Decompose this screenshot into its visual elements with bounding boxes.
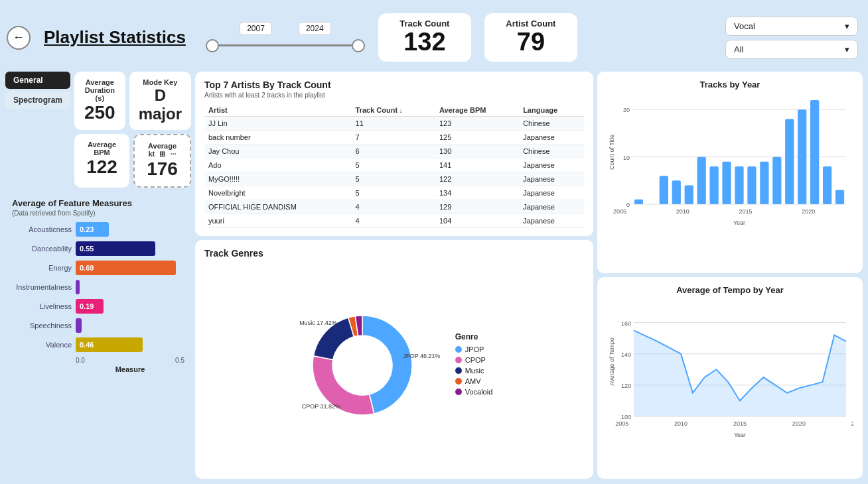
- all-dropdown[interactable]: All ▾: [725, 40, 858, 59]
- table-row: back number7125Japanese: [204, 131, 584, 145]
- feature-measures-chart: Average of Feature Measures (Data retrie…: [5, 192, 191, 479]
- svg-text:2025: 2025: [851, 420, 853, 427]
- tracks-by-year-chart: 0102020052010201520202025Count of TitleY…: [607, 95, 853, 227]
- svg-text:10: 10: [623, 154, 630, 161]
- year-range-section: 2007 2024: [206, 22, 365, 54]
- bar-rect: [735, 166, 743, 204]
- range-slider[interactable]: [206, 38, 365, 54]
- filter-dropdowns: Vocal ▾ All ▾: [725, 17, 858, 59]
- tab-general[interactable]: General: [5, 72, 70, 89]
- feature-bar-row: Valence 0.46: [12, 337, 184, 352]
- mode-key-box: Mode Key D major: [129, 72, 191, 130]
- header: ← Playlist Statistics 2007 2024 Track Co…: [0, 0, 868, 72]
- svg-text:2015: 2015: [733, 420, 747, 427]
- tempo-by-year-title: Average of Tempo by Year: [607, 285, 853, 295]
- range-thumb-left[interactable]: [206, 39, 219, 52]
- bar-rect: [722, 162, 731, 204]
- bar-rect: [823, 166, 832, 204]
- donut-label: Music 17.42%: [299, 320, 337, 326]
- chevron-down-icon-2: ▾: [845, 44, 849, 54]
- avg-duration-label: Average Duration (s): [84, 78, 116, 102]
- bar-rect: [660, 176, 668, 204]
- tracks-by-year-title: Tracks by Year: [607, 80, 853, 90]
- svg-text:0: 0: [626, 202, 630, 208]
- svg-text:2020: 2020: [802, 208, 815, 215]
- svg-text:100: 100: [621, 414, 631, 420]
- feature-name: Danceability: [12, 245, 72, 253]
- col-avg-bpm: Average BPM: [435, 104, 519, 117]
- table-row: Jay Chou6130Chinese: [204, 145, 584, 158]
- range-end-label: 2024: [299, 22, 331, 35]
- vocal-dropdown[interactable]: Vocal ▾: [725, 17, 858, 36]
- feature-bar-bg: 0.19: [76, 299, 184, 314]
- svg-text:2005: 2005: [615, 420, 628, 427]
- feature-bar-bg: 0.23: [76, 222, 184, 237]
- svg-text:2010: 2010: [674, 420, 687, 427]
- bar-rect: [772, 157, 781, 204]
- genre-legend: GenreJPOPCPOPMusicAMVVocaloid: [455, 332, 493, 398]
- chevron-down-icon: ▾: [845, 21, 849, 31]
- range-labels: 2007 2024: [240, 22, 330, 35]
- range-start-label: 2007: [240, 22, 272, 35]
- svg-text:2020: 2020: [792, 420, 806, 427]
- bar-rect: [697, 157, 706, 204]
- feature-chart-subtitle: (Data retrieved from Spotify): [12, 210, 184, 217]
- legend-dot: [455, 346, 462, 353]
- bar-rect: [709, 166, 718, 204]
- track-count-value: 132: [392, 29, 458, 56]
- left-panel: General Spectrogram Average Duration (s)…: [5, 72, 191, 479]
- legend-item: JPOP: [455, 345, 493, 353]
- avg-kt-label: Average kt ⊞ ···: [144, 142, 181, 158]
- col-track-count[interactable]: Track Count: [352, 104, 435, 117]
- legend-dot: [455, 357, 462, 363]
- legend-dot: [455, 389, 462, 395]
- avg-kt-value: 176: [144, 158, 181, 180]
- feature-bar-row: Danceability 0.55: [12, 241, 184, 256]
- main-content: General Spectrogram Average Duration (s)…: [0, 72, 868, 484]
- bottom-metrics-row: Average BPM 122 Average kt ⊞ ··· 176: [74, 134, 191, 188]
- top-artists-box: Top 7 Artists By Track Count Artists wit…: [195, 72, 593, 236]
- avg-duration-value: 250: [84, 102, 116, 123]
- back-button[interactable]: ←: [7, 26, 31, 50]
- top-metrics-row: Average Duration (s) 250 Mode Key D majo…: [74, 72, 191, 130]
- svg-text:20: 20: [623, 107, 630, 113]
- genre-legend-title: Genre: [455, 332, 493, 341]
- top-artists-title: Top 7 Artists By Track Count: [204, 80, 584, 90]
- bar-rect: [810, 100, 819, 204]
- feature-name: Instrumentalness: [12, 283, 72, 291]
- tempo-by-year-chart: 10012014016020052010201520202025Average …: [607, 300, 853, 440]
- feature-name: Liveliness: [12, 302, 72, 310]
- feature-bar-fill: 0.19: [76, 299, 104, 314]
- legend-item: AMV: [455, 377, 493, 385]
- bar-rect: [672, 180, 681, 204]
- col-language: Language: [519, 104, 584, 117]
- svg-text:140: 140: [621, 351, 631, 358]
- legend-dot: [455, 367, 462, 374]
- svg-text:Year: Year: [734, 432, 746, 438]
- range-track: [206, 44, 365, 46]
- track-count-box: Track Count 132: [378, 13, 471, 62]
- feature-bar-bg: [76, 280, 184, 294]
- more-icon[interactable]: ···: [170, 150, 176, 158]
- title-section: Playlist Statistics: [44, 27, 186, 48]
- tab-spectrogram[interactable]: Spectrogram: [5, 91, 70, 109]
- range-thumb-right[interactable]: [352, 39, 365, 52]
- feature-bar-fill: 0.46: [76, 337, 143, 352]
- feature-bar-bg: 0.46: [76, 337, 184, 352]
- vocal-dropdown-label: Vocal: [734, 21, 755, 31]
- table-row: yuuri4104Japanese: [204, 214, 584, 228]
- tempo-by-year-box: Average of Tempo by Year 100120140160200…: [597, 277, 863, 479]
- mode-key-value: D major: [139, 86, 182, 123]
- svg-text:2015: 2015: [739, 208, 752, 215]
- feature-name: Acousticness: [12, 225, 72, 233]
- bar-rect: [634, 200, 643, 204]
- feature-bars-container: Acousticness 0.23 Danceability 0.55 Ener…: [12, 222, 184, 352]
- legend-item: CPOP: [455, 356, 493, 364]
- page-title: Playlist Statistics: [44, 27, 186, 48]
- svg-text:2010: 2010: [676, 208, 689, 215]
- artist-count-label: Artist Count: [498, 19, 564, 29]
- donut-chart-svg: JPOP 46.21%CPOP 31.82%Music 17.42%: [296, 302, 442, 428]
- artist-count-box: Artist Count 79: [484, 13, 577, 62]
- svg-text:Year: Year: [733, 219, 745, 226]
- filter-icon[interactable]: ⊞: [159, 150, 165, 158]
